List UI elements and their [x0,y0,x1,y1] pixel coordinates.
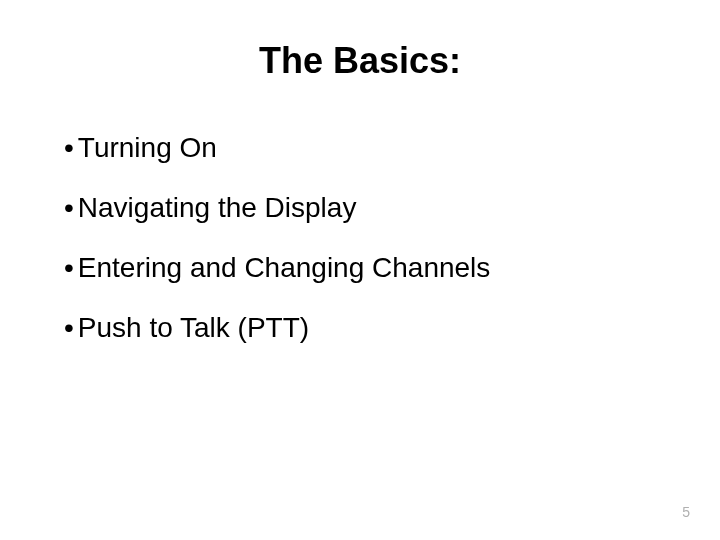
list-item: • Entering and Changing Channels [64,252,660,284]
list-item: • Turning On [64,132,660,164]
bullet-icon: • [64,314,74,342]
list-item: • Navigating the Display [64,192,660,224]
slide-container: The Basics: • Turning On • Navigating th… [0,0,720,540]
bullet-text: Navigating the Display [78,192,357,224]
page-number: 5 [682,504,690,520]
bullet-icon: • [64,134,74,162]
bullet-text: Push to Talk (PTT) [78,312,309,344]
list-item: • Push to Talk (PTT) [64,312,660,344]
bullet-list: • Turning On • Navigating the Display • … [60,132,660,344]
bullet-text: Turning On [78,132,217,164]
slide-title: The Basics: [60,40,660,82]
bullet-text: Entering and Changing Channels [78,252,491,284]
bullet-icon: • [64,194,74,222]
bullet-icon: • [64,254,74,282]
